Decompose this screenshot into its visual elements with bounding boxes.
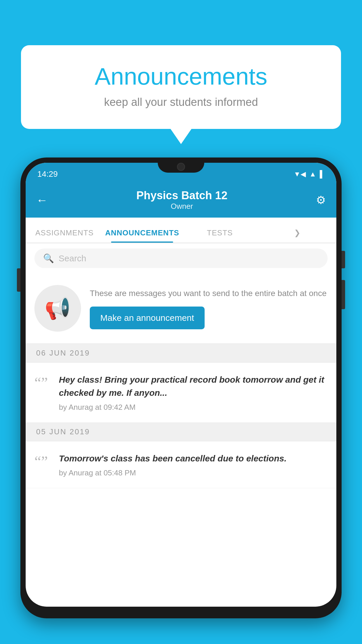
announcement-content-2: Tomorrow's class has been cancelled due … [59,452,328,477]
promo-description: These are messages you want to send to t… [90,287,328,300]
speech-bubble: Announcements keep all your students inf… [21,45,341,129]
search-icon: 🔍 [43,253,54,263]
power-button [342,251,345,268]
announcement-text-1: Hey class! Bring your practical record b… [59,373,328,399]
bubble-title: Announcements [36,63,326,90]
wifi-icon: ▼◀ [294,170,306,178]
megaphone-circle: 📢 [34,285,81,332]
bubble-subtitle: keep all your students informed [36,96,326,108]
megaphone-icon: 📢 [45,296,71,321]
date-separator-1: 06 JUN 2019 [26,344,336,363]
promo-right: These are messages you want to send to t… [90,287,328,329]
phone-outer: 14:29 ▼◀ ▲ ▌ ← Physics Batch 12 Owner ⚙ … [20,158,342,618]
announcement-meta-1: by Anurag at 09:42 AM [59,403,328,412]
tab-tests[interactable]: TESTS [181,228,259,243]
phone-container: 14:29 ▼◀ ▲ ▌ ← Physics Batch 12 Owner ⚙ … [20,158,342,644]
volume-down-button [342,280,345,309]
volume-button [17,268,20,292]
quote-icon-1: “” [34,375,52,391]
batch-role: Owner [136,202,228,211]
date-separator-2: 05 JUN 2019 [26,423,336,441]
tab-assignments[interactable]: ASSIGNMENTS [26,228,103,243]
signal-icon: ▲ [309,170,316,178]
announcement-item-1[interactable]: “” Hey class! Bring your practical recor… [26,363,336,423]
search-container: 🔍 Search [26,243,336,273]
phone-screen: 14:29 ▼◀ ▲ ▌ ← Physics Batch 12 Owner ⚙ … [26,163,336,607]
back-button[interactable]: ← [36,194,48,207]
announcement-text-2: Tomorrow's class has been cancelled due … [59,452,328,465]
status-icons: ▼◀ ▲ ▌ [294,170,325,178]
tab-more[interactable]: ❯ [259,228,337,243]
tab-announcements[interactable]: ANNOUNCEMENTS [103,228,181,243]
header-center: Physics Batch 12 Owner [136,189,228,211]
settings-icon[interactable]: ⚙ [316,194,326,206]
announcement-meta-2: by Anurag at 05:48 PM [59,468,328,477]
speech-bubble-container: Announcements keep all your students inf… [21,45,341,129]
quote-icon-2: “” [34,454,52,469]
announcement-content-1: Hey class! Bring your practical record b… [59,373,328,412]
search-bar[interactable]: 🔍 Search [34,249,328,268]
status-time: 14:29 [37,169,58,179]
tabs-bar: ASSIGNMENTS ANNOUNCEMENTS TESTS ❯ [26,218,336,243]
app-header: ← Physics Batch 12 Owner ⚙ [26,183,336,218]
promo-card: 📢 These are messages you want to send to… [26,273,336,344]
phone-notch [158,158,204,173]
battery-icon: ▌ [320,170,325,178]
batch-title: Physics Batch 12 [136,189,228,202]
announcement-item-2[interactable]: “” Tomorrow's class has been cancelled d… [26,441,336,488]
make-announcement-button[interactable]: Make an announcement [90,307,205,329]
search-placeholder: Search [59,253,86,263]
front-camera [177,163,185,171]
